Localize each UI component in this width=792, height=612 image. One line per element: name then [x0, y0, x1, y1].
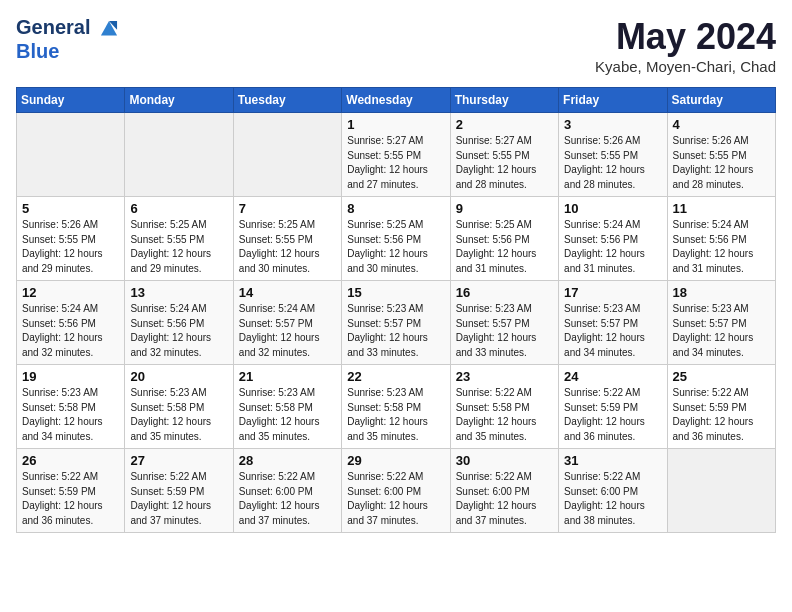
day-info: Sunrise: 5:27 AMSunset: 5:55 PMDaylight:… — [347, 134, 444, 192]
calendar-cell: 14Sunrise: 5:24 AMSunset: 5:57 PMDayligh… — [233, 281, 341, 365]
calendar-week-row: 19Sunrise: 5:23 AMSunset: 5:58 PMDayligh… — [17, 365, 776, 449]
calendar-cell: 30Sunrise: 5:22 AMSunset: 6:00 PMDayligh… — [450, 449, 558, 533]
calendar-week-row: 1Sunrise: 5:27 AMSunset: 5:55 PMDaylight… — [17, 113, 776, 197]
day-info: Sunrise: 5:23 AMSunset: 5:57 PMDaylight:… — [456, 302, 553, 360]
day-info: Sunrise: 5:25 AMSunset: 5:55 PMDaylight:… — [130, 218, 227, 276]
day-number: 9 — [456, 201, 553, 216]
calendar-week-row: 5Sunrise: 5:26 AMSunset: 5:55 PMDaylight… — [17, 197, 776, 281]
day-info: Sunrise: 5:23 AMSunset: 5:58 PMDaylight:… — [239, 386, 336, 444]
day-info: Sunrise: 5:23 AMSunset: 5:57 PMDaylight:… — [347, 302, 444, 360]
calendar-cell: 8Sunrise: 5:25 AMSunset: 5:56 PMDaylight… — [342, 197, 450, 281]
calendar-cell: 11Sunrise: 5:24 AMSunset: 5:56 PMDayligh… — [667, 197, 775, 281]
calendar-week-row: 12Sunrise: 5:24 AMSunset: 5:56 PMDayligh… — [17, 281, 776, 365]
calendar-cell: 23Sunrise: 5:22 AMSunset: 5:58 PMDayligh… — [450, 365, 558, 449]
day-number: 6 — [130, 201, 227, 216]
day-number: 10 — [564, 201, 661, 216]
main-title: May 2024 — [595, 16, 776, 58]
calendar-cell: 4Sunrise: 5:26 AMSunset: 5:55 PMDaylight… — [667, 113, 775, 197]
day-info: Sunrise: 5:22 AMSunset: 5:59 PMDaylight:… — [22, 470, 119, 528]
day-info: Sunrise: 5:23 AMSunset: 5:58 PMDaylight:… — [22, 386, 119, 444]
day-info: Sunrise: 5:25 AMSunset: 5:56 PMDaylight:… — [347, 218, 444, 276]
day-number: 1 — [347, 117, 444, 132]
day-number: 24 — [564, 369, 661, 384]
day-number: 4 — [673, 117, 770, 132]
calendar-cell: 5Sunrise: 5:26 AMSunset: 5:55 PMDaylight… — [17, 197, 125, 281]
day-number: 16 — [456, 285, 553, 300]
day-info: Sunrise: 5:26 AMSunset: 5:55 PMDaylight:… — [22, 218, 119, 276]
calendar-cell: 19Sunrise: 5:23 AMSunset: 5:58 PMDayligh… — [17, 365, 125, 449]
calendar-cell: 21Sunrise: 5:23 AMSunset: 5:58 PMDayligh… — [233, 365, 341, 449]
day-info: Sunrise: 5:25 AMSunset: 5:56 PMDaylight:… — [456, 218, 553, 276]
day-number: 28 — [239, 453, 336, 468]
day-number: 21 — [239, 369, 336, 384]
day-number: 15 — [347, 285, 444, 300]
calendar-cell: 1Sunrise: 5:27 AMSunset: 5:55 PMDaylight… — [342, 113, 450, 197]
calendar-week-row: 26Sunrise: 5:22 AMSunset: 5:59 PMDayligh… — [17, 449, 776, 533]
calendar-cell: 17Sunrise: 5:23 AMSunset: 5:57 PMDayligh… — [559, 281, 667, 365]
calendar-cell: 9Sunrise: 5:25 AMSunset: 5:56 PMDaylight… — [450, 197, 558, 281]
logo-icon — [98, 18, 120, 40]
calendar-cell: 20Sunrise: 5:23 AMSunset: 5:58 PMDayligh… — [125, 365, 233, 449]
page-header: General Blue May 2024 Kyabe, Moyen-Chari… — [16, 16, 776, 75]
day-info: Sunrise: 5:22 AMSunset: 6:00 PMDaylight:… — [564, 470, 661, 528]
day-info: Sunrise: 5:22 AMSunset: 6:00 PMDaylight:… — [456, 470, 553, 528]
day-info: Sunrise: 5:23 AMSunset: 5:58 PMDaylight:… — [347, 386, 444, 444]
day-info: Sunrise: 5:24 AMSunset: 5:56 PMDaylight:… — [130, 302, 227, 360]
day-info: Sunrise: 5:25 AMSunset: 5:55 PMDaylight:… — [239, 218, 336, 276]
col-header-saturday: Saturday — [667, 88, 775, 113]
day-number: 12 — [22, 285, 119, 300]
calendar-cell: 7Sunrise: 5:25 AMSunset: 5:55 PMDaylight… — [233, 197, 341, 281]
title-section: May 2024 Kyabe, Moyen-Chari, Chad — [595, 16, 776, 75]
day-number: 23 — [456, 369, 553, 384]
logo-text: General — [16, 16, 120, 40]
calendar-cell — [233, 113, 341, 197]
day-number: 7 — [239, 201, 336, 216]
day-number: 11 — [673, 201, 770, 216]
calendar-header-row: SundayMondayTuesdayWednesdayThursdayFrid… — [17, 88, 776, 113]
col-header-tuesday: Tuesday — [233, 88, 341, 113]
col-header-monday: Monday — [125, 88, 233, 113]
day-number: 29 — [347, 453, 444, 468]
day-info: Sunrise: 5:27 AMSunset: 5:55 PMDaylight:… — [456, 134, 553, 192]
day-info: Sunrise: 5:22 AMSunset: 5:59 PMDaylight:… — [564, 386, 661, 444]
day-number: 14 — [239, 285, 336, 300]
calendar-cell: 22Sunrise: 5:23 AMSunset: 5:58 PMDayligh… — [342, 365, 450, 449]
day-info: Sunrise: 5:22 AMSunset: 6:00 PMDaylight:… — [239, 470, 336, 528]
day-number: 27 — [130, 453, 227, 468]
calendar-cell: 27Sunrise: 5:22 AMSunset: 5:59 PMDayligh… — [125, 449, 233, 533]
day-number: 18 — [673, 285, 770, 300]
calendar-cell: 15Sunrise: 5:23 AMSunset: 5:57 PMDayligh… — [342, 281, 450, 365]
day-number: 30 — [456, 453, 553, 468]
calendar-cell — [667, 449, 775, 533]
day-number: 17 — [564, 285, 661, 300]
col-header-wednesday: Wednesday — [342, 88, 450, 113]
logo: General Blue — [16, 16, 120, 62]
calendar-cell: 31Sunrise: 5:22 AMSunset: 6:00 PMDayligh… — [559, 449, 667, 533]
day-info: Sunrise: 5:24 AMSunset: 5:57 PMDaylight:… — [239, 302, 336, 360]
col-header-sunday: Sunday — [17, 88, 125, 113]
calendar-cell: 24Sunrise: 5:22 AMSunset: 5:59 PMDayligh… — [559, 365, 667, 449]
calendar-cell: 12Sunrise: 5:24 AMSunset: 5:56 PMDayligh… — [17, 281, 125, 365]
day-info: Sunrise: 5:26 AMSunset: 5:55 PMDaylight:… — [673, 134, 770, 192]
day-number: 26 — [22, 453, 119, 468]
col-header-friday: Friday — [559, 88, 667, 113]
day-info: Sunrise: 5:24 AMSunset: 5:56 PMDaylight:… — [22, 302, 119, 360]
calendar-cell: 29Sunrise: 5:22 AMSunset: 6:00 PMDayligh… — [342, 449, 450, 533]
calendar-cell: 10Sunrise: 5:24 AMSunset: 5:56 PMDayligh… — [559, 197, 667, 281]
calendar-cell: 25Sunrise: 5:22 AMSunset: 5:59 PMDayligh… — [667, 365, 775, 449]
day-info: Sunrise: 5:22 AMSunset: 6:00 PMDaylight:… — [347, 470, 444, 528]
calendar-cell: 2Sunrise: 5:27 AMSunset: 5:55 PMDaylight… — [450, 113, 558, 197]
day-number: 20 — [130, 369, 227, 384]
calendar-cell: 6Sunrise: 5:25 AMSunset: 5:55 PMDaylight… — [125, 197, 233, 281]
day-number: 31 — [564, 453, 661, 468]
calendar-cell — [17, 113, 125, 197]
day-info: Sunrise: 5:22 AMSunset: 5:58 PMDaylight:… — [456, 386, 553, 444]
day-number: 25 — [673, 369, 770, 384]
day-info: Sunrise: 5:24 AMSunset: 5:56 PMDaylight:… — [564, 218, 661, 276]
day-info: Sunrise: 5:23 AMSunset: 5:58 PMDaylight:… — [130, 386, 227, 444]
logo-blue: Blue — [16, 40, 120, 62]
day-number: 8 — [347, 201, 444, 216]
day-info: Sunrise: 5:24 AMSunset: 5:56 PMDaylight:… — [673, 218, 770, 276]
subtitle: Kyabe, Moyen-Chari, Chad — [595, 58, 776, 75]
calendar-cell: 28Sunrise: 5:22 AMSunset: 6:00 PMDayligh… — [233, 449, 341, 533]
